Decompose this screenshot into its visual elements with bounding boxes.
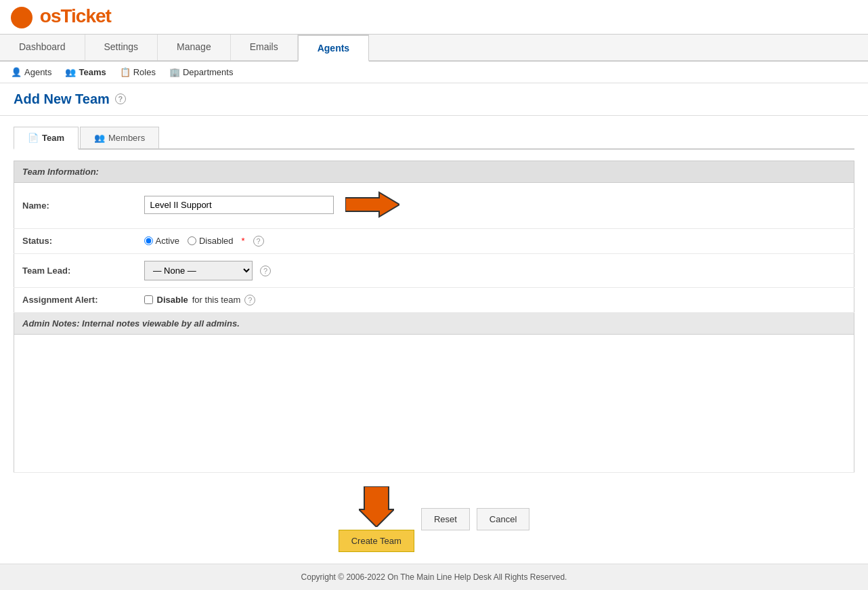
top-nav: Dashboard Settings Manage Emails Agents [0, 35, 868, 62]
section-header-row: Team Information: [14, 161, 854, 182]
team-lead-label: Team Lead: [14, 253, 136, 287]
status-radio-group: Active Disabled * ? [144, 236, 846, 247]
nav-agents[interactable]: Agents [298, 35, 369, 62]
nav-manage[interactable]: Manage [158, 35, 231, 60]
tab-team[interactable]: 📄 Team [14, 127, 79, 150]
departments-icon: 🏢 [169, 67, 180, 77]
team-lead-select[interactable]: — None — [144, 261, 253, 280]
footer-text: Copyright © 2006-2022 On The Main Line H… [301, 572, 567, 576]
admin-notes-textarea[interactable] [14, 335, 854, 470]
section-header-text: Team Information: [22, 167, 99, 177]
assignment-alert-field-cell: Disable for this team ? [136, 287, 854, 312]
content-area: 📄 Team 👥 Members Team Information: Name: [0, 116, 868, 576]
status-label: Status: [14, 228, 136, 253]
status-disabled-label[interactable]: Disabled [188, 236, 234, 246]
footer: Copyright © 2006-2022 On The Main Line H… [0, 564, 868, 576]
status-active-radio[interactable] [144, 236, 153, 245]
status-help-icon[interactable]: ? [253, 236, 264, 247]
roles-icon: 📋 [120, 67, 131, 77]
logo: osTicket [11, 5, 111, 28]
subnav-teams[interactable]: 👥 Teams [65, 67, 106, 77]
status-disabled-text: Disabled [199, 236, 234, 246]
subnav-agents[interactable]: 👤 Agents [11, 67, 51, 77]
name-label: Name: [14, 182, 136, 228]
down-arrow-annotation [359, 486, 394, 527]
nav-emails[interactable]: Emails [231, 35, 298, 60]
status-row: Status: Active Disabled * ? [14, 228, 854, 253]
team-form: Team Information: Name: Stat [14, 161, 854, 473]
tab-team-label: Team [42, 133, 64, 143]
arrow-right-svg [345, 190, 399, 219]
subnav-roles-label: Roles [133, 67, 156, 77]
team-lead-field-cell: — None — ? [136, 253, 854, 287]
page-help-icon[interactable]: ? [115, 93, 126, 104]
create-team-container: Create Team [339, 486, 414, 552]
status-active-text: Active [156, 236, 179, 246]
cancel-button[interactable]: Cancel [477, 508, 529, 530]
subnav-agents-label: Agents [24, 67, 51, 77]
tab-bar: 📄 Team 👥 Members [14, 127, 854, 150]
page-title-bar: Add New Team ? [0, 83, 868, 116]
assignment-alert-checkbox[interactable] [144, 295, 153, 304]
required-star: * [242, 236, 245, 246]
subnav-departments-label: Departments [183, 67, 233, 77]
assignment-alert-row: Assignment Alert: Disable for this team … [14, 287, 854, 312]
subnav-departments[interactable]: 🏢 Departments [169, 67, 233, 77]
create-team-button[interactable]: Create Team [339, 530, 414, 552]
team-lead-help-icon[interactable]: ? [260, 266, 271, 276]
right-arrow-annotation [345, 190, 399, 222]
name-input[interactable] [144, 196, 334, 214]
status-field-cell: Active Disabled * ? [136, 228, 854, 253]
assignment-alert-group: Disable for this team ? [144, 295, 846, 305]
members-tab-icon: 👥 [94, 133, 105, 143]
subnav-roles[interactable]: 📋 Roles [120, 67, 156, 77]
assignment-disable-bold: Disable [157, 295, 188, 305]
nav-dashboard[interactable]: Dashboard [0, 35, 85, 60]
nav-settings[interactable]: Settings [85, 35, 158, 60]
reset-button[interactable]: Reset [421, 508, 470, 530]
page-title: Add New Team [14, 91, 110, 107]
assignment-disable-label: Disable [157, 295, 188, 305]
assignment-suffix-text: for this team [192, 295, 241, 305]
tab-members-label: Members [108, 133, 145, 143]
assignment-help-icon[interactable]: ? [244, 295, 255, 305]
status-active-label[interactable]: Active [144, 236, 179, 246]
name-field-cell [136, 182, 854, 228]
notes-row [14, 334, 854, 472]
teams-icon: 👥 [65, 67, 76, 77]
svg-marker-1 [359, 486, 394, 527]
notes-header-row: Admin Notes: Internal notes viewable by … [14, 312, 854, 334]
notes-header-text: Admin Notes: Internal notes viewable by … [22, 318, 240, 329]
team-lead-row: Team Lead: — None — ? [14, 253, 854, 287]
assignment-alert-label: Assignment Alert: [14, 287, 136, 312]
sub-nav: 👤 Agents 👥 Teams 📋 Roles 🏢 Departments [0, 62, 868, 83]
name-row: Name: [14, 182, 854, 228]
svg-marker-0 [345, 192, 399, 217]
logo-bar: osTicket [0, 0, 868, 35]
button-bar: Create Team Reset Cancel [14, 473, 854, 566]
status-disabled-radio[interactable] [188, 236, 196, 245]
team-tab-icon: 📄 [28, 133, 39, 143]
subnav-teams-label: Teams [79, 67, 106, 77]
agent-icon: 👤 [11, 67, 22, 77]
arrow-down-svg [359, 486, 394, 527]
tab-members[interactable]: 👥 Members [80, 127, 159, 148]
